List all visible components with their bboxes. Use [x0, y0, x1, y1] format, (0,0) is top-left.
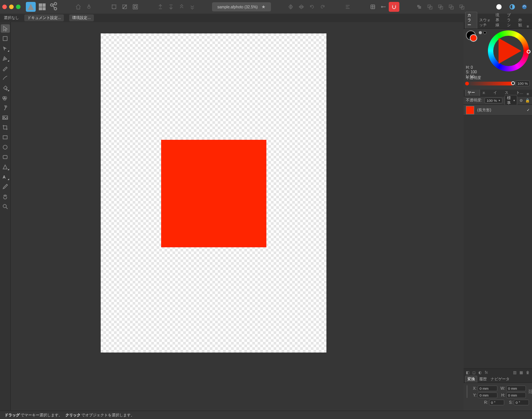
opacity-value[interactable]: 100 %	[516, 81, 530, 86]
tab-swatches[interactable]: スウォッチ	[477, 17, 494, 28]
fill-tool[interactable]	[1, 84, 10, 92]
rotation-field[interactable]	[489, 400, 504, 405]
anchor-selector[interactable]	[467, 385, 467, 398]
transparency-tool[interactable]	[1, 93, 10, 102]
x-field[interactable]	[478, 386, 497, 391]
select-all-icon[interactable]	[109, 2, 119, 12]
adjustment-layer-icon[interactable]: ◐	[478, 370, 482, 375]
tab-transform[interactable]: 変換	[465, 376, 477, 383]
secondary-colour-swatch[interactable]	[470, 34, 477, 42]
zoom-tool[interactable]	[1, 202, 10, 210]
move-forward-icon[interactable]	[166, 2, 176, 12]
boolean-divide-icon[interactable]	[456, 2, 467, 12]
window-controls	[2, 5, 21, 9]
deselect-icon[interactable]	[119, 2, 130, 12]
move-to-front-icon[interactable]	[187, 2, 198, 12]
document-page[interactable]	[101, 33, 326, 353]
titlebar: sample.afphoto (32.5%) ★	[0, 0, 532, 14]
boolean-intersect-icon[interactable]	[435, 2, 446, 12]
designer-persona-button[interactable]	[26, 2, 36, 12]
media-tool[interactable]	[1, 113, 10, 122]
pencil-tool[interactable]	[1, 64, 10, 72]
svg-point-43	[5, 106, 7, 107]
layer-blend-ranges-icon[interactable]: ◧	[466, 370, 469, 375]
pen-tool[interactable]	[1, 54, 10, 62]
layers-empty-area[interactable]	[464, 115, 532, 368]
place-tool[interactable]	[1, 103, 10, 112]
svg-rect-29	[440, 6, 441, 8]
flip-vertical-icon[interactable]	[296, 2, 307, 12]
layer-opacity-field[interactable]: 100 %	[484, 98, 502, 103]
blend-mode-select[interactable]: 標準	[505, 95, 517, 106]
y-field[interactable]	[478, 392, 497, 398]
delete-layer-icon[interactable]: 🗑	[526, 370, 530, 375]
home-icon[interactable]	[73, 2, 84, 12]
layer-item[interactable]: (長方形) ✓	[464, 105, 532, 115]
boolean-xor-icon[interactable]	[446, 2, 456, 12]
account-icon[interactable]	[507, 2, 518, 12]
boolean-add-icon[interactable]	[414, 2, 424, 12]
export-persona-button[interactable]	[49, 2, 59, 12]
svg-rect-8	[133, 5, 138, 9]
rounded-rect-tool[interactable]	[1, 153, 10, 161]
tab-history[interactable]: 履歴	[477, 376, 489, 383]
mask-layer-icon[interactable]: ◻	[472, 370, 475, 375]
rectangle-tool[interactable]	[1, 133, 10, 141]
tab-brushes[interactable]: ブラシ	[505, 12, 516, 28]
align-icon[interactable]	[342, 2, 353, 12]
studio-panels: カラー スウォッチ 境界線 ブラシ 外観 ≡ H: 0 S: 100 L: 50…	[464, 22, 532, 411]
swap-colours-icon[interactable]	[479, 31, 486, 34]
vector-brush-tool[interactable]	[1, 74, 10, 82]
artboard-tool[interactable]	[1, 34, 10, 43]
triangle-tool[interactable]	[1, 163, 10, 171]
h-field[interactable]	[506, 392, 526, 398]
layer-settings-icon[interactable]: ⚙	[519, 98, 523, 103]
text-tool[interactable]: A	[1, 172, 10, 181]
move-tool[interactable]	[1, 24, 10, 33]
layer-visibility-check[interactable]: ✓	[527, 108, 530, 112]
maximize-window-icon[interactable]	[16, 5, 21, 9]
document-setup-button[interactable]: ドキュメント設定...	[24, 14, 64, 21]
shear-field[interactable]	[514, 400, 529, 405]
document-tab[interactable]: sample.afphoto (32.5%) ★	[212, 2, 271, 11]
tab-appearance[interactable]: 外観	[516, 17, 525, 28]
colour-panel-menu-icon[interactable]: ≡	[525, 24, 530, 28]
crop-tool[interactable]	[1, 123, 10, 131]
rectangle-shape[interactable]	[161, 140, 266, 247]
layer-lock-icon[interactable]: 🔒	[525, 98, 530, 103]
pixel-persona-button[interactable]	[37, 2, 47, 12]
link-wh-icon[interactable]: ⛓	[528, 389, 532, 394]
snap-grid-icon[interactable]	[367, 2, 378, 12]
move-back-icon[interactable]	[155, 2, 166, 12]
ellipse-tool[interactable]	[1, 143, 10, 151]
layers-panel-menu-icon[interactable]: ≡	[525, 92, 530, 96]
move-backward-icon[interactable]	[176, 2, 187, 12]
colour-triangle[interactable]	[499, 38, 521, 64]
preferences-button[interactable]: 環境設定...	[69, 14, 93, 21]
tab-navigator[interactable]: ナビゲータ	[489, 376, 511, 383]
close-window-icon[interactable]	[2, 5, 7, 9]
opacity-slider[interactable]	[466, 82, 513, 85]
baseline-snap-icon[interactable]	[378, 2, 389, 12]
w-field[interactable]	[506, 386, 526, 391]
hand-tool[interactable]	[1, 192, 10, 201]
snapping-toggle-icon[interactable]	[389, 2, 399, 12]
add-pixel-layer-icon[interactable]: ▦	[519, 370, 523, 375]
tab-colour[interactable]: カラー	[465, 12, 477, 28]
rotate-ccw-icon[interactable]	[307, 2, 317, 12]
tab-stroke[interactable]: 境界線	[494, 12, 505, 28]
minimize-window-icon[interactable]	[9, 5, 14, 9]
autosave-icon[interactable]	[84, 2, 94, 12]
canvas-area[interactable]	[11, 22, 464, 411]
layer-fx-icon[interactable]: fx	[485, 370, 488, 375]
boolean-subtract-icon[interactable]	[424, 2, 435, 12]
add-layer-icon[interactable]: ▥	[513, 370, 516, 375]
assistant-button[interactable]	[496, 4, 502, 9]
hue-handle[interactable]	[527, 50, 530, 54]
rotate-cw-icon[interactable]	[317, 2, 328, 12]
eyedropper-tool[interactable]	[1, 182, 10, 191]
node-tool[interactable]	[1, 44, 10, 52]
sync-icon[interactable]	[519, 2, 530, 12]
invert-selection-icon[interactable]	[130, 2, 141, 12]
flip-horizontal-icon[interactable]	[285, 2, 296, 12]
